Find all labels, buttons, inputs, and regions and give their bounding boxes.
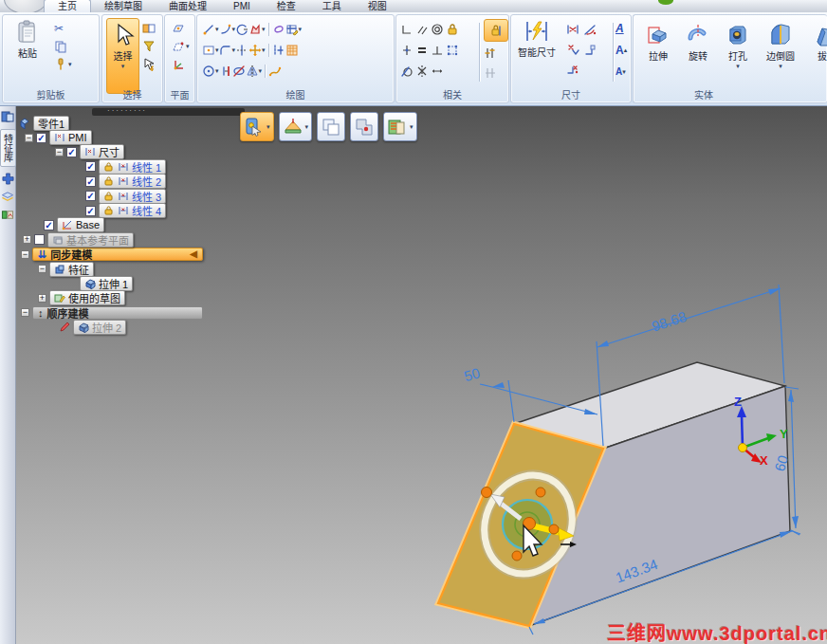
select-button[interactable]: 选择 ▾ (106, 18, 139, 94)
plane-button[interactable] (172, 21, 190, 35)
tangent-relation[interactable] (400, 63, 414, 80)
coordinate-system-button[interactable] (172, 57, 190, 71)
perpendicular-relation[interactable] (431, 42, 444, 59)
sensors-icon[interactable] (1, 209, 14, 221)
collapse-arrow-icon[interactable]: ◀ (190, 249, 197, 259)
checkbox-linear-3[interactable]: ✓ (85, 191, 96, 201)
checkbox-linear-1[interactable]: ✓ (85, 161, 96, 172)
tab-tools[interactable]: 工具 (309, 0, 355, 12)
dropdown-caret[interactable]: ▾ (186, 44, 190, 49)
region-tool[interactable]: ▾ (248, 21, 266, 38)
tree-row-ordered[interactable]: − ↕ 顺序建模 (21, 305, 245, 320)
move-face-tool-button[interactable]: ▾ (240, 112, 274, 141)
ring-knob-top[interactable] (536, 488, 545, 497)
shrink-text-button[interactable]: A▾ (616, 64, 627, 81)
tree-row-linear-3[interactable]: ✓ 线性 3 (85, 189, 245, 203)
collapse-toggle[interactable]: − (25, 134, 33, 142)
tree-row-linear-2[interactable]: ✓ 线性 2 (85, 175, 245, 189)
expand-toggle[interactable]: + (38, 294, 46, 303)
horizontal-relation[interactable] (431, 63, 444, 80)
dropdown-caret[interactable]: ▾ (410, 124, 414, 130)
grow-text-button[interactable]: A▴ (616, 42, 627, 59)
dropdown-caret[interactable]: ▾ (266, 124, 270, 130)
stretch-tool[interactable] (272, 42, 285, 59)
dimension-style-button[interactable]: A (616, 20, 627, 37)
graphics-viewport[interactable]: 98.68 50 60 143.34 (0, 106, 827, 644)
dropdown-caret[interactable]: ▾ (68, 62, 72, 67)
move-tool[interactable]: ▾ (248, 42, 266, 59)
pathfinder-drag-handle[interactable]: ········· (92, 108, 245, 116)
angle-coordinate-button[interactable] (583, 41, 597, 58)
offset-tool[interactable] (219, 63, 232, 80)
draft-button[interactable]: 拔模 (808, 23, 827, 63)
midpoint-relation[interactable] (400, 42, 414, 59)
dropdown-caret[interactable]: ▾ (262, 27, 266, 32)
arc-tool[interactable]: ▾ (219, 21, 236, 38)
detach-face-tool-button[interactable] (350, 112, 378, 141)
select-box-button[interactable] (142, 21, 156, 35)
tree-row-ref-planes[interactable]: + 基本参考平面 (23, 232, 245, 247)
tab-surfacing[interactable]: 曲面处理 (156, 0, 220, 12)
tree-row-features[interactable]: − 特征 (38, 262, 245, 276)
ring-knob-bottom[interactable] (512, 551, 522, 561)
paste-button[interactable]: 粘贴 (9, 20, 46, 60)
feature-library-tab[interactable]: 特征库 (0, 129, 16, 167)
circle-by-center-tool[interactable] (235, 21, 248, 38)
mirror-tool[interactable]: ▾ (246, 63, 263, 80)
pathfinder-panel-icon[interactable] (1, 110, 14, 123)
tree-row-part[interactable]: 零件1 (19, 116, 245, 130)
ellipse-tool[interactable] (232, 63, 246, 80)
collapse-toggle[interactable]: − (38, 265, 46, 273)
family-of-parts-icon[interactable] (2, 173, 14, 185)
relation-handles-button[interactable] (484, 45, 508, 62)
checkbox-pmi[interactable]: ✓ (36, 133, 46, 143)
line-tool[interactable]: ▾ (202, 21, 219, 38)
revolve-button[interactable]: 旋转 (681, 23, 715, 63)
smart-dimension-button[interactable]: 智能尺寸 (514, 19, 560, 59)
layers-icon[interactable] (1, 191, 14, 203)
lock-relation[interactable] (446, 21, 459, 38)
dimension-top-value[interactable]: 98.68 (650, 308, 689, 335)
fillet-tool[interactable]: ▾ (219, 42, 236, 59)
tree-row-linear-1[interactable]: ✓ 线性 1 (85, 159, 245, 174)
checkbox-base[interactable]: ✓ (44, 220, 54, 230)
tree-row-used-sketches[interactable]: + 使用的草图 (38, 291, 245, 305)
distance-between-button[interactable] (566, 21, 579, 38)
tree-row-pmi[interactable]: − ✓ PMI (25, 130, 245, 144)
copy-face-tool-button[interactable] (317, 112, 345, 141)
round-button[interactable]: 边倒圆 ▾ (759, 23, 802, 69)
collapse-toggle[interactable]: − (21, 250, 29, 259)
rectangle-tool[interactable]: ▾ (202, 42, 219, 59)
expand-toggle[interactable]: + (23, 235, 31, 244)
spline-tool[interactable] (268, 63, 282, 80)
pattern-tool[interactable] (285, 42, 299, 59)
extrude-button[interactable]: 拉伸 (641, 23, 675, 63)
coordinate-dimension-button[interactable] (566, 41, 579, 58)
tree-row-extrude-1[interactable]: 拉伸 1 (80, 276, 245, 290)
tree-row-linear-4[interactable]: ✓ 线性 4 (85, 203, 245, 217)
format-painter-button[interactable]: ▾ (54, 57, 72, 71)
section-view-tool-button[interactable]: ▾ (383, 112, 417, 141)
select-priority-button[interactable] (142, 57, 156, 71)
project-curve-tool[interactable] (272, 21, 285, 38)
dropdown-caret[interactable]: ▾ (259, 68, 263, 74)
cut-button[interactable]: ✂ (54, 21, 72, 35)
tab-home[interactable]: 主页 (44, 0, 91, 12)
checkbox-ref-planes[interactable] (34, 234, 45, 245)
dropdown-caret[interactable]: ▾ (305, 124, 309, 130)
concentric-relation[interactable] (431, 21, 444, 38)
ring-knob-right[interactable] (549, 524, 559, 534)
tab-sketch[interactable]: 绘制草图 (91, 0, 156, 12)
tab-view[interactable]: 视图 (355, 0, 400, 12)
dropdown-caret[interactable]: ▾ (299, 27, 303, 32)
parallel-relation[interactable] (415, 21, 429, 38)
equal-relation[interactable] (415, 42, 429, 59)
tree-row-dimensions[interactable]: − ✓ 尺寸 (55, 145, 245, 159)
circle-tool[interactable]: ▾ (202, 63, 219, 80)
tree-row-extrude-2[interactable]: 拉伸 2 (59, 320, 245, 334)
checkbox-dimensions[interactable]: ✓ (66, 147, 77, 157)
axis-knob[interactable] (482, 488, 492, 498)
tab-pmi[interactable]: PMI (220, 0, 264, 12)
dropdown-caret[interactable]: ▾ (262, 47, 266, 53)
symmetric-relation[interactable] (415, 63, 429, 80)
